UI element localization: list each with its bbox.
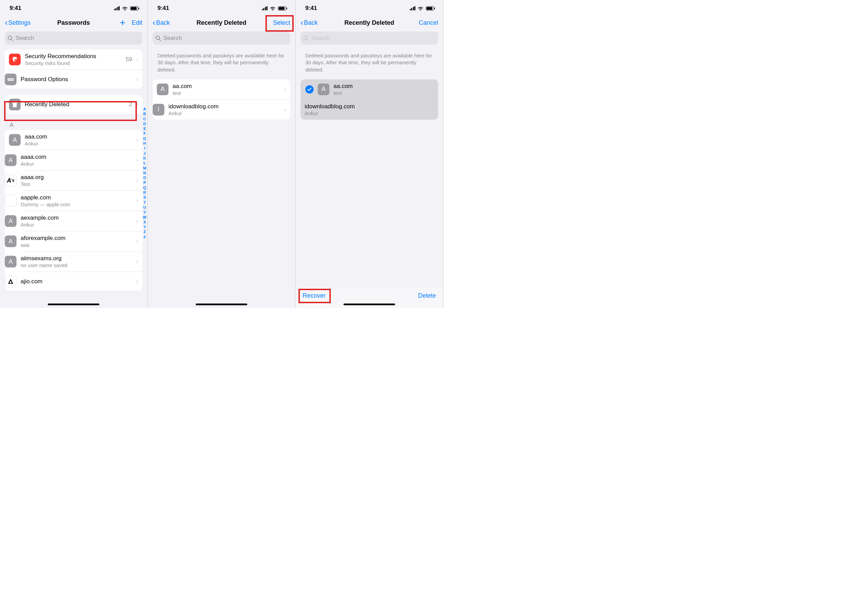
options-icon <box>5 74 16 85</box>
index-letter[interactable]: F <box>143 131 146 136</box>
index-letter[interactable]: # <box>143 234 146 239</box>
password-row[interactable]: Aaaa.comAnkur› <box>5 130 142 150</box>
deleted-row-selected[interactable]: Aaa.comtest <box>301 79 438 99</box>
deleted-row[interactable]: Aaa.comtest› <box>153 79 290 99</box>
index-letter[interactable]: M <box>143 166 146 171</box>
search-placeholder: Search <box>163 35 182 42</box>
index-letter[interactable]: I <box>143 146 146 151</box>
home-indicator[interactable] <box>48 303 99 305</box>
index-letter[interactable]: K <box>143 156 146 160</box>
index-letter[interactable]: A <box>143 107 146 112</box>
nav-bar: ‹ Back Recently Deleted Cancel <box>296 15 443 30</box>
index-letter[interactable]: G <box>143 136 146 141</box>
index-letter[interactable]: E <box>143 126 146 131</box>
delete-button[interactable]: Delete <box>418 292 436 299</box>
password-row[interactable]: Aaiimsexams.orgno user name saved› <box>25 251 142 272</box>
password-list: Aaaa.comAnkur›Aaaaa.comAnkur›A'saaaa.org… <box>5 130 142 291</box>
shield-alert-icon: ! <box>9 53 20 65</box>
deleted-list-selecting: Aaa.comtestIidownloadblog.comAnkur <box>301 79 438 119</box>
chevron-right-icon: › <box>136 157 138 163</box>
edit-button[interactable]: Edit <box>132 19 142 27</box>
deleted-row-selected[interactable]: Iidownloadblog.comAnkur <box>332 99 438 119</box>
row-title: aaa.com <box>25 134 132 140</box>
screen-passwords: 9:41 ‹ Settings Passwords + Edit Search … <box>0 0 148 308</box>
select-button[interactable]: Select <box>273 19 290 27</box>
info-text: Deleted passwords and passkeys are avail… <box>296 47 443 73</box>
password-row[interactable]: aapple.comDummy — apple.com› <box>25 190 142 211</box>
svg-rect-18 <box>434 8 435 9</box>
back-button[interactable]: ‹ Settings <box>5 18 31 27</box>
chevron-left-icon: ‹ <box>301 18 303 27</box>
index-letter[interactable]: S <box>143 195 146 200</box>
password-row[interactable]: Aaforexample.comaaa› <box>25 231 142 251</box>
index-letter[interactable]: C <box>143 116 146 121</box>
recover-button[interactable]: Recover <box>302 292 326 299</box>
chevron-left-icon: ‹ <box>5 18 8 27</box>
chevron-right-icon: › <box>136 258 138 265</box>
index-letter[interactable]: R <box>143 190 146 195</box>
row-sub: Ankur <box>20 222 132 228</box>
index-letter[interactable]: B <box>143 112 146 116</box>
search-input[interactable]: Search <box>301 31 438 45</box>
site-icon: A's <box>5 174 16 186</box>
password-row[interactable]: A'saaaa.orgTest› <box>25 170 142 190</box>
index-letter[interactable]: H <box>143 141 146 146</box>
index-letter[interactable]: X <box>143 220 146 225</box>
svg-line-15 <box>159 39 161 41</box>
row-title: Password Options <box>20 76 132 83</box>
row-sub: Ankur <box>168 110 280 116</box>
site-letter-icon: A <box>157 83 168 95</box>
row-sub: test <box>173 90 280 96</box>
status-time: 9:41 <box>305 5 317 12</box>
index-letter[interactable]: L <box>143 160 146 165</box>
search-icon <box>156 35 161 41</box>
password-row[interactable]: ajio.com› <box>25 272 142 291</box>
chevron-right-icon: › <box>136 101 138 108</box>
password-row[interactable]: Aaaaa.comAnkur› <box>25 150 142 170</box>
chevron-left-icon: ‹ <box>153 18 156 27</box>
password-row[interactable]: Aaexample.comAnkur› <box>25 211 142 231</box>
row-sub: aaa <box>20 242 132 248</box>
search-input[interactable]: Search <box>153 31 290 45</box>
cellular-icon <box>410 6 416 10</box>
svg-rect-2 <box>139 8 139 9</box>
index-letter[interactable]: P <box>143 180 146 185</box>
password-options-row[interactable]: Password Options › <box>25 69 142 89</box>
index-letter[interactable]: Q <box>143 185 146 190</box>
home-indicator[interactable] <box>196 303 247 305</box>
index-letter[interactable]: J <box>143 151 146 156</box>
row-title: aa.com <box>173 83 280 90</box>
apple-icon <box>5 195 16 207</box>
index-letter[interactable]: Y <box>143 225 146 229</box>
deleted-row[interactable]: Iidownloadblog.comAnkur› <box>173 99 290 119</box>
index-letter[interactable]: Z <box>143 229 146 234</box>
battery-icon <box>130 6 140 11</box>
chevron-right-icon: › <box>136 218 138 225</box>
back-button[interactable]: ‹ Back <box>153 18 170 27</box>
nav-bar: ‹ Back Recently Deleted Select <box>148 15 295 30</box>
index-letter[interactable]: T <box>143 200 146 205</box>
index-letter[interactable]: V <box>143 210 146 215</box>
recently-deleted-row[interactable]: Recently Deleted 2 › <box>5 95 142 114</box>
svg-rect-13 <box>286 8 287 9</box>
wifi-icon <box>122 6 128 11</box>
svg-point-9 <box>10 79 11 80</box>
site-icon <box>5 276 16 288</box>
index-letter[interactable]: N <box>143 171 146 175</box>
add-button[interactable]: + <box>120 17 126 28</box>
row-sub: Ankur <box>20 161 132 167</box>
index-letter[interactable]: W <box>143 215 146 220</box>
index-letter[interactable]: D <box>143 121 146 126</box>
alpha-index[interactable]: ABCDEFGHIJKLMNOPQRSTUVWXYZ# <box>143 107 146 239</box>
cancel-button[interactable]: Cancel <box>419 19 438 27</box>
row-sub: Ankur <box>25 141 132 146</box>
screen-recently-deleted-selecting: 9:41 ‹ Back Recently Deleted Cancel Sear… <box>296 0 444 308</box>
index-letter[interactable]: U <box>143 205 146 210</box>
security-recommendations-row[interactable]: ! Security Recommendations Security risk… <box>5 49 142 69</box>
index-letter[interactable]: O <box>143 175 146 180</box>
home-indicator[interactable] <box>343 303 395 305</box>
search-icon <box>303 35 309 41</box>
search-input[interactable]: Search <box>5 31 142 45</box>
checkmark-icon[interactable] <box>305 85 313 93</box>
back-button[interactable]: ‹ Back <box>301 18 318 27</box>
